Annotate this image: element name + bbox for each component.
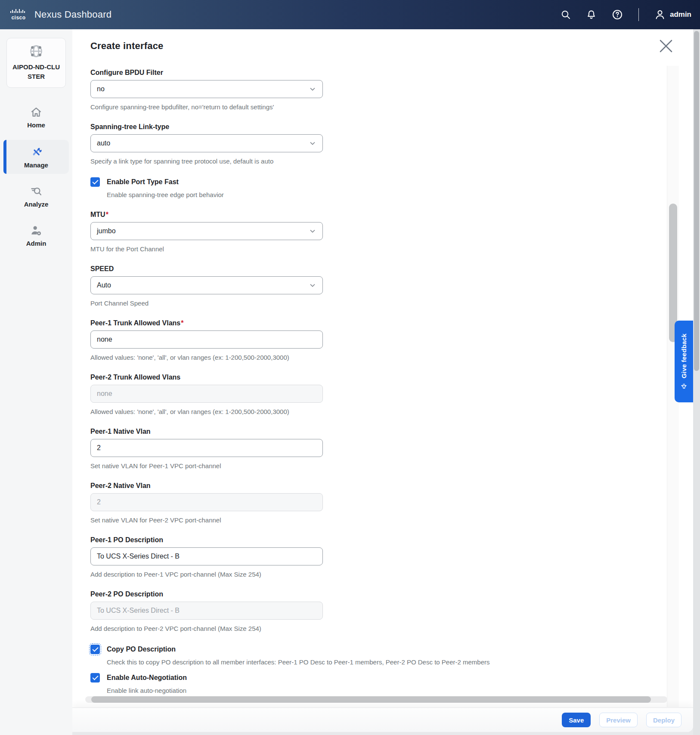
field-peer1-native-vlan: Peer-1 Native Vlan Set native VLAN for P… — [90, 428, 323, 470]
preview-button[interactable]: Preview — [599, 713, 638, 727]
form-scroll-area: Configure BPDU Filter no Configure spann… — [72, 60, 667, 707]
field-helper: Allowed values: 'none', 'all', or vlan r… — [90, 408, 323, 416]
field-label: Peer-2 Native Vlan — [90, 482, 323, 490]
field-label: Peer-1 PO Description — [90, 536, 323, 544]
save-button[interactable]: Save — [562, 713, 591, 727]
sidebar-item-admin[interactable]: Admin — [3, 219, 69, 252]
help-icon[interactable] — [612, 9, 623, 20]
field-label: Configure BPDU Filter — [90, 69, 323, 77]
user-menu[interactable]: admin — [654, 9, 691, 20]
field-helper: Enable link auto-negotiation — [107, 687, 667, 695]
cluster-icon — [28, 43, 44, 59]
mtu-select[interactable]: jumbo — [90, 222, 323, 240]
field-label: Peer-2 Trunk Allowed Vlans — [90, 374, 323, 381]
user-name: admin — [670, 10, 691, 19]
select-value: jumbo — [97, 227, 116, 235]
field-peer1-trunk-allowed-vlans: Peer-1 Trunk Allowed Vlans* Allowed valu… — [90, 319, 323, 361]
peer1-po-description-input[interactable] — [90, 547, 323, 565]
field-peer2-native-vlan: Peer-2 Native Vlan Set native VLAN for P… — [90, 482, 323, 524]
analyze-icon — [30, 186, 42, 197]
field-helper: Specify a link type for spanning tree pr… — [90, 158, 323, 165]
field-helper: MTU for the Port Channel — [90, 245, 323, 253]
chevron-down-icon — [309, 139, 316, 147]
field-helper: Port Channel Speed — [90, 300, 323, 307]
deploy-button[interactable]: Deploy — [646, 713, 681, 727]
page-scrollbar-track[interactable] — [693, 29, 700, 735]
horizontal-scrollbar-track[interactable] — [85, 696, 667, 703]
field-label: Spanning-tree Link-type — [90, 123, 323, 131]
peer2-po-description-input — [90, 602, 323, 620]
peer2-native-vlan-input — [90, 493, 323, 511]
field-label: Peer-1 Native Vlan — [90, 428, 323, 435]
sidebar-item-label: Analyze — [24, 201, 49, 208]
field-label: MTU* — [90, 211, 323, 219]
field-copy-po-description: Copy PO Description Check this to copy P… — [90, 645, 667, 666]
field-label: SPEED — [90, 265, 323, 273]
cisco-wordmark: cisco — [11, 15, 25, 20]
manage-tools-icon — [30, 146, 42, 158]
required-marker: * — [106, 211, 108, 218]
speed-select[interactable]: Auto — [90, 276, 323, 294]
user-icon — [654, 9, 666, 20]
field-peer1-po-description: Peer-1 PO Description Add description to… — [90, 536, 323, 578]
select-value: no — [97, 85, 105, 93]
megaphone-icon — [680, 382, 688, 389]
field-helper: Add description to Peer-1 VPC port-chann… — [90, 571, 323, 578]
cisco-bars-icon — [10, 9, 27, 15]
home-icon — [30, 107, 42, 118]
field-helper: Configure spanning-tree bpdufilter, no='… — [90, 103, 323, 111]
field-helper: Enable spanning-tree edge port behavior — [107, 191, 667, 199]
peer1-trunk-vlans-input[interactable] — [90, 330, 323, 349]
panel-title: Create interface — [90, 40, 164, 52]
auto-negotiation-checkbox[interactable] — [90, 673, 100, 682]
checkbox-label[interactable]: Enable Port Type Fast — [107, 178, 179, 186]
sidebar-item-home[interactable]: Home — [3, 101, 69, 134]
chevron-down-icon — [309, 85, 316, 93]
search-icon[interactable] — [560, 9, 571, 20]
field-helper: Check this to copy PO description to all… — [107, 658, 667, 666]
peer1-native-vlan-input[interactable] — [90, 439, 323, 457]
checkbox-label[interactable]: Copy PO Description — [107, 645, 176, 653]
sidebar-item-label: Manage — [24, 161, 48, 169]
sidebar-item-label: Admin — [26, 240, 46, 247]
chevron-down-icon — [309, 227, 316, 235]
active-indicator — [3, 140, 6, 174]
sidebar-item-analyze[interactable]: Analyze — [3, 180, 69, 213]
field-speed: SPEED Auto Port Channel Speed — [90, 265, 323, 307]
field-enable-auto-negotiation: Enable Auto-Negotiation Enable link auto… — [90, 673, 667, 695]
notifications-bell-icon[interactable] — [586, 9, 597, 20]
field-label: Peer-1 Trunk Allowed Vlans* — [90, 319, 323, 327]
field-helper: Add description to Peer-2 VPC port-chann… — [90, 625, 323, 633]
field-helper: Set native VLAN for Peer-1 VPC port-chan… — [90, 462, 323, 470]
panel-footer: Save Preview Deploy — [72, 707, 693, 732]
field-spanning-tree-link-type: Spanning-tree Link-type auto Specify a l… — [90, 123, 323, 165]
cisco-logo: cisco — [10, 9, 27, 20]
header-divider — [638, 8, 639, 21]
horizontal-scrollbar-thumb[interactable] — [91, 696, 651, 703]
field-peer2-po-description: Peer-2 PO Description Add description to… — [90, 590, 323, 633]
sidebar-nav: Home Manage Analyze — [0, 101, 72, 252]
checkbox-label[interactable]: Enable Auto-Negotiation — [107, 674, 187, 682]
field-configure-bpdu-filter: Configure BPDU Filter no Configure spann… — [90, 69, 323, 111]
cluster-selector[interactable]: AIPOD-ND-CLUSTER — [6, 38, 66, 88]
select-value: Auto — [97, 281, 111, 289]
peer2-trunk-vlans-input — [90, 385, 323, 403]
admin-user-gear-icon — [30, 225, 42, 236]
field-helper: Allowed values: 'none', 'all', or vlan r… — [90, 354, 323, 361]
give-feedback-label: Give feedback — [680, 334, 688, 378]
close-icon[interactable] — [658, 38, 674, 54]
give-feedback-tab[interactable]: Give feedback — [675, 321, 693, 402]
select-value: auto — [97, 139, 110, 147]
bpdu-filter-select[interactable]: no — [90, 80, 323, 98]
field-peer2-trunk-allowed-vlans: Peer-2 Trunk Allowed Vlans Allowed value… — [90, 374, 323, 416]
sidebar-item-manage[interactable]: Manage — [3, 140, 69, 174]
link-type-select[interactable]: auto — [90, 134, 323, 152]
copy-po-description-checkbox[interactable] — [90, 645, 100, 654]
page-scrollbar-thumb[interactable] — [694, 31, 699, 371]
field-enable-port-type-fast: Enable Port Type Fast Enable spanning-tr… — [90, 177, 667, 199]
field-mtu: MTU* jumbo MTU for the Port Channel — [90, 211, 323, 253]
required-marker: * — [181, 319, 183, 327]
cluster-name: AIPOD-ND-CLUSTER — [11, 62, 62, 81]
create-interface-panel: Create interface Configure BPDU Filter n… — [72, 29, 693, 732]
port-type-fast-checkbox[interactable] — [90, 177, 100, 187]
